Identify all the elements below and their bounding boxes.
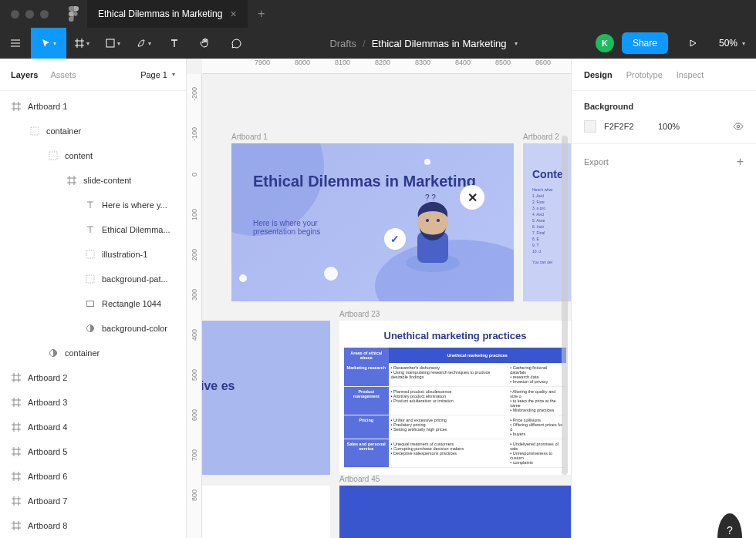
artboard-left[interactable]: mpetitive es subtitle here if: [202, 321, 330, 475]
layer-label: Artboard 4: [28, 422, 67, 432]
layer-label: slide-content: [83, 176, 131, 185]
frame-icon: [66, 176, 77, 185]
layer-row[interactable]: Artboard 2: [0, 365, 186, 390]
chevron-down-icon[interactable]: ▾: [515, 40, 518, 47]
tab-layers[interactable]: Layers: [11, 70, 38, 79]
eye-icon[interactable]: [733, 121, 744, 132]
svg-rect-3: [49, 152, 57, 160]
background-swatch[interactable]: [584, 120, 596, 133]
svg-rect-2: [31, 127, 39, 135]
group-icon: [85, 274, 96, 284]
ruler-vertical: -200-1000100200300400500600700800: [187, 74, 202, 538]
svg-point-12: [426, 219, 429, 222]
person-illustration: ? ?: [398, 190, 467, 274]
artboard-1[interactable]: Ethical Dilemmas in Marketing Here is wh…: [231, 143, 514, 301]
breadcrumb[interactable]: Drafts / Ethical Dilemmas in Marketing ▾: [251, 38, 596, 49]
artboard-label[interactable]: Artboard 1: [231, 133, 268, 141]
export-title: Export: [584, 157, 609, 166]
file-tab-title: Ethical Dilemmas in Marketing: [98, 8, 222, 19]
layer-label: Artboard 8: [28, 521, 67, 530]
layer-label: Artboard 7: [28, 496, 67, 506]
zoom-control[interactable]: 50%▾: [708, 38, 756, 49]
contents-list: Here's what1. Asid2. Fore3. a pro4. Avid…: [532, 187, 552, 265]
scrollbar-vertical[interactable]: [562, 136, 568, 475]
layer-row[interactable]: container: [0, 341, 186, 365]
slide-title: mpetitive es: [202, 379, 235, 393]
layer-row[interactable]: Artboard 7: [0, 489, 186, 513]
svg-rect-6: [87, 301, 94, 307]
layer-list: Artboard 1containercontentslide-contentH…: [0, 91, 186, 538]
figma-logo-icon[interactable]: [59, 6, 87, 22]
design-panel-tabs: Design Prototype Inspect: [572, 59, 756, 91]
layer-label: background-pat...: [102, 274, 168, 284]
ruler-horizontal: 790080008100820083008400850086008700: [202, 59, 571, 74]
layer-row[interactable]: Artboard 4: [0, 415, 186, 439]
tab-inspect[interactable]: Inspect: [677, 70, 704, 79]
tab-assets[interactable]: Assets: [50, 70, 76, 79]
layer-label: Here is where y...: [102, 200, 167, 210]
svg-point-0: [73, 12, 78, 16]
artboard-below-left[interactable]: [202, 486, 330, 538]
artboard-label[interactable]: Artboard 45: [339, 475, 380, 483]
frame-tool[interactable]: ▾: [66, 28, 97, 59]
close-icon[interactable]: ×: [230, 8, 236, 20]
new-tab-button[interactable]: +: [248, 7, 275, 21]
layer-row[interactable]: Artboard 5: [0, 439, 186, 464]
layer-row[interactable]: content: [0, 143, 186, 168]
page-selector[interactable]: Page 1▾: [140, 70, 175, 79]
artboard-23[interactable]: Unethical marketing practices Areas of e…: [339, 321, 571, 475]
layer-row[interactable]: background-pat...: [0, 267, 186, 291]
layer-row[interactable]: Ethical Dilemma...: [0, 217, 186, 242]
comment-tool[interactable]: [221, 28, 251, 59]
artboard-label[interactable]: Artboard 23: [339, 310, 380, 318]
layer-row[interactable]: slide-content: [0, 168, 186, 193]
background-opacity-input[interactable]: 100%: [658, 122, 689, 131]
layer-label: Artboard 6: [28, 472, 67, 481]
artboard-45[interactable]: [339, 486, 571, 538]
layer-row[interactable]: Artboard 8: [0, 513, 186, 538]
canvas[interactable]: 790080008100820083008400850086008700 -20…: [187, 59, 571, 538]
export-section: Export +: [572, 144, 756, 180]
layer-label: Artboard 3: [28, 398, 67, 407]
frame-icon: [11, 472, 22, 481]
breadcrumb-file[interactable]: Ethical Dilemmas in Marketing: [372, 38, 507, 49]
layer-label: Artboard 5: [28, 447, 67, 456]
hand-tool[interactable]: [190, 28, 221, 59]
layer-label: Rectangle 1044: [102, 299, 161, 308]
artboard-label[interactable]: Artboard 2: [523, 133, 559, 141]
breadcrumb-drafts[interactable]: Drafts: [329, 38, 356, 49]
layer-label: content: [65, 151, 93, 160]
add-export-button[interactable]: +: [737, 155, 744, 169]
shape-tool[interactable]: ▾: [97, 28, 128, 59]
menu-button[interactable]: [0, 28, 31, 59]
file-tab[interactable]: Ethical Dilemmas in Marketing ×: [87, 0, 248, 28]
background-hex-input[interactable]: F2F2F2: [604, 122, 650, 131]
layer-label: container: [65, 348, 100, 358]
tab-prototype[interactable]: Prototype: [626, 70, 663, 79]
half-icon: [48, 348, 59, 358]
avatar[interactable]: K: [596, 34, 614, 52]
group-icon: [48, 151, 59, 160]
window-controls[interactable]: [0, 10, 59, 18]
layer-row[interactable]: Here is where y...: [0, 193, 186, 217]
layer-row[interactable]: Artboard 1: [0, 94, 186, 119]
half-icon: [85, 324, 96, 333]
layer-row[interactable]: container: [0, 119, 186, 143]
share-button[interactable]: Share: [622, 32, 668, 54]
layer-row[interactable]: background-color: [0, 316, 186, 341]
text-tool[interactable]: [159, 28, 190, 59]
layer-row[interactable]: Artboard 3: [0, 390, 186, 415]
move-tool[interactable]: ▾: [31, 28, 66, 59]
slide-title: Ethical Dilemmas in Marketing: [253, 173, 476, 190]
present-button[interactable]: [677, 28, 708, 59]
layer-label: background-color: [102, 324, 167, 333]
layer-row[interactable]: illustration-1: [0, 242, 186, 267]
layer-row[interactable]: Rectangle 1044: [0, 291, 186, 316]
toolbar: ▾ ▾ ▾ ▾ Drafts / Ethical Dilemmas in Mar…: [0, 28, 756, 59]
pen-tool[interactable]: ▾: [128, 28, 159, 59]
group-icon: [29, 126, 40, 136]
layer-row[interactable]: Artboard 6: [0, 464, 186, 489]
background-title: Background: [584, 102, 744, 111]
layer-label: Artboard 2: [28, 373, 67, 382]
tab-design[interactable]: Design: [584, 70, 613, 79]
